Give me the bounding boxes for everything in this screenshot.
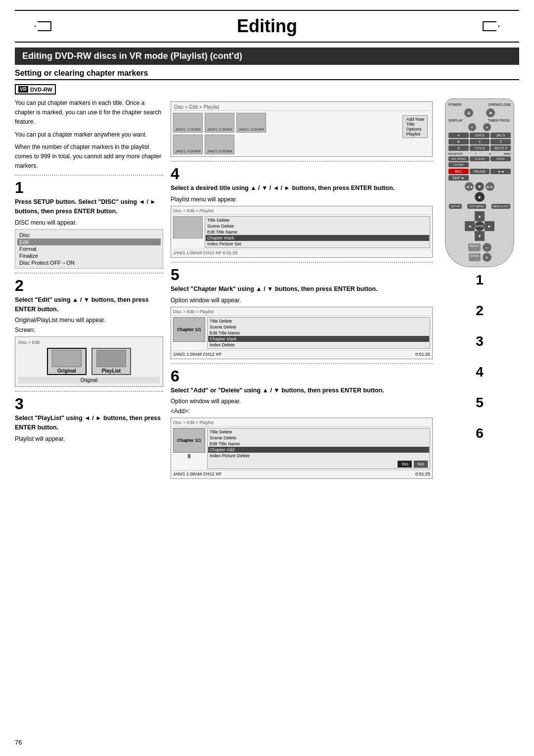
btn-cmskip[interactable]: CM SKIP [448,162,469,167]
btn-ffrwd[interactable]: ◄◄ [490,169,511,174]
step6-pause-icon: II [188,454,191,459]
step5-result: Option window will appear. [171,297,433,304]
side-menu-playlist: Playlist [406,132,424,137]
btn-enter[interactable]: ENTER [475,221,485,231]
step4-result: Playlist menu will appear. [171,196,433,203]
step2-wrapper: 2 Select "Edit" using ▲ / ▼ buttons, the… [15,278,163,387]
content-area: You can put chapter markers in each titl… [15,98,519,482]
btn-stop[interactable]: ■ [475,192,485,202]
menu-finalize: Finalize [17,252,161,259]
confirm-yes-btn[interactable]: Yes [398,461,412,468]
ch-chapter-mark: Chapter Mark [208,336,429,342]
btn-2[interactable]: GHI 5 [470,133,490,138]
title-text: Editing [237,16,297,36]
step1-wrapper: 1 Press SETUP button. Select "DISC" usin… [15,180,163,269]
btn-9[interactable]: WXYZ 9 [490,145,511,151]
menu-edit: Edit [17,238,161,245]
opl-bottom-label: Original [18,377,160,383]
side-num-5: 5 [476,395,484,411]
step5-instruction: Select "Chapter Mark" using ▲ / ▼ button… [171,284,433,294]
btn-return[interactable]: ↩ [483,243,491,252]
btn-openclose[interactable]: ⏏ [486,108,495,117]
lbl-timer: TIMER PROG. [488,119,511,122]
step3-number: 3 [15,396,163,412]
btn-dpad-up[interactable]: ▲ [475,211,485,221]
btn-6[interactable]: 5 [490,139,511,144]
step1-divider [15,175,163,176]
btn-clear[interactable]: CLEAR [470,156,490,161]
btn-pause[interactable]: PAUSE [470,169,490,174]
spacer1 [475,108,485,117]
step6-menu-list: Title Delete Scene Delete Edit Title Nam… [207,428,430,469]
playlist-thumbnails: JAN/1 1:00AM JAN/1 2:00AM JAN/1 3:00AM [173,113,430,133]
btn-rec[interactable]: REC [448,169,469,174]
btn-menulist[interactable]: MENU/LIST [491,204,510,209]
step2-result: Original/PlayList menu will appear. [15,317,163,324]
intro-line-3: When the number of chapter markers in th… [15,142,163,171]
btn-repeat[interactable]: REPEAT [468,243,481,251]
btn-setup[interactable]: SETUP [449,204,462,209]
btn-7[interactable]: 6 [448,145,469,151]
btn-display[interactable]: D [468,123,476,131]
btn-space[interactable]: SPACE [490,156,511,161]
tm-chapter-mark: Chapter Mark [206,235,429,241]
btn-dpad-down[interactable]: ▼ [475,231,485,241]
btn-8[interactable]: TUV 8 [470,145,490,151]
menu-format: Format [17,245,161,252]
remote-container: POWER OPEN/CLOSE ⏻ ⏏ DISPLAY TIMER PROG.… [440,98,519,441]
step5-divider [171,262,433,263]
step4-instruction: Select a desired title using ▲ / ▼ / ◄ /… [171,184,433,193]
row-playback: ◄◄ ▶ ►► [448,182,511,191]
btn-skip2[interactable]: SKIP ► [448,175,469,181]
btn-fwd[interactable]: ►► [486,182,494,191]
btn-4[interactable]: ▼ [448,139,469,144]
side-num-1: 1 [476,272,484,288]
row-labels2: MONITOR 7 8 WND [448,152,511,155]
btn-up[interactable]: ▲ [483,123,491,131]
btn-recspeed[interactable]: REC SPEED [448,156,469,161]
side-menu-overlay: Add Now Title Options Playlist [402,115,428,138]
add-confirm-row: Yes No! [208,460,429,468]
row-bottom: REPEAT ↩ [448,243,511,252]
remote-top-row: POWER OPEN/CLOSE [448,103,511,106]
s2 [478,123,482,131]
btn-3[interactable]: JKL 6 [490,133,511,138]
row-stop: ■ [448,192,511,202]
step1-number: 1 [15,180,163,195]
add-index-delete: Index Picture Delete [208,453,429,459]
row-zoom: ZOOM ▼ [448,253,511,262]
step4b-menu: Title Delete Scene Delete Edit Title Nam… [205,216,430,248]
btn-down2[interactable]: ▼ [483,253,491,262]
step4-playlist-screen: Disc > Edit > Playlist JAN/1 1:00AM JAN/… [171,101,433,157]
btn-5[interactable]: 4 [470,139,490,144]
thumb-1: JAN/1 1:00AM [173,113,203,133]
thumb-3: JAN/1 3:00AM [236,113,266,133]
side-num-3: 3 [476,333,484,349]
step4-wrapper: 4 Select a desired title using ▲ / ▼ / ◄… [171,166,433,258]
btn-play[interactable]: ▶ [475,182,484,191]
btn-rev[interactable]: ◄◄ [465,182,474,191]
btn-1[interactable]: 4 [448,133,469,138]
step5-footer: JAN/1 1:00AM CH12 XP 0:01:25 [173,350,430,357]
step6-chapter-thumb: Chapter 1/1 [173,428,205,453]
dpad: ▲ ▼ ◄ ► ENTER [465,211,494,241]
step5-chapter-thumb: Chapter 1/1 [173,317,205,342]
step6-number: 6 [171,368,433,384]
btn-dpad-left[interactable]: ◄ [465,221,475,231]
right-column: POWER OPEN/CLOSE ⏻ ⏏ DISPLAY TIMER PROG.… [440,98,519,482]
btn-zoom[interactable]: ZOOM [469,253,481,261]
confirm-no-btn[interactable]: No! [414,461,428,468]
btn-topmenu[interactable]: TOP MENU [467,204,486,209]
btn-dpad-right[interactable]: ► [485,221,494,231]
opl-path: Disc > Edit [18,340,160,345]
add-title-delete: Title Delete [208,429,429,435]
section-heading-text: Setting or clearing chapter markers [15,69,148,77]
step4b-screen: Disc > Edit > Playlist Title Delete Scen… [171,206,433,258]
row-setup: SETUP TOP MENU MENU/LIST [448,203,511,209]
ch-index-delete: Index Delete [208,342,429,348]
step5-wrapper: 5 Select "Chapter Mark" using ▲ / ▼ butt… [171,267,433,359]
side-menu-options: Options [406,127,424,132]
btn-power[interactable]: ⏻ [464,108,473,117]
step5-content: Chapter 1/1 Title Delete Scene Delete Ed… [173,317,430,349]
add-edit-title: Edit Title Name [208,441,429,447]
